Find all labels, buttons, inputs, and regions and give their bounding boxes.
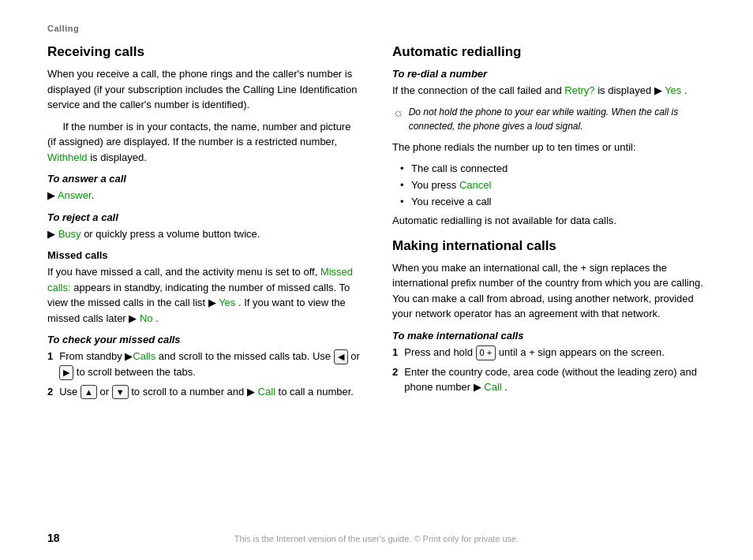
answer-link: Answer	[58, 189, 92, 201]
check-item2-d: to call a number.	[279, 386, 354, 398]
intl-item-1: 1 Press and hold 0 + until a + sign appe…	[392, 345, 706, 360]
intl-item-2: 2 Enter the country code, area code (wit…	[392, 364, 706, 395]
intl-list: 1 Press and hold 0 + until a + sign appe…	[392, 345, 706, 395]
reject-suffix: or quickly press a volume button twice.	[81, 228, 260, 240]
intl-p: When you make an international call, the…	[392, 260, 706, 322]
bullet-item-2: You press Cancel	[400, 177, 706, 194]
auto-redialling-title: Automatic redialling	[392, 44, 706, 60]
missed-calls-heading: Missed calls	[47, 249, 361, 261]
check-item1-c: or	[350, 350, 360, 362]
intl-calls-title: Making international calls	[392, 238, 706, 254]
intl-item1-content: Press and hold 0 + until a + sign appear…	[404, 345, 665, 360]
footer-copyright: This is the Internet version of the user…	[234, 534, 519, 543]
redial-heading: To re-dial a number	[392, 68, 706, 80]
yes-1-link: Yes	[219, 297, 235, 308]
intl-num-1: 1	[392, 345, 398, 360]
bullet2-text: You press	[411, 179, 456, 191]
receiving-calls-title: Receiving calls	[47, 44, 361, 60]
withheld-label: Withheld	[47, 151, 88, 163]
page-footer: This is the Internet version of the user…	[0, 532, 753, 544]
receiving-p2-suffix: is displayed.	[90, 151, 147, 163]
reject-call-heading: To reject a call	[47, 211, 361, 223]
intl-item1-prefix: Press and hold	[404, 346, 473, 358]
item-num-1: 1	[47, 349, 53, 380]
check-item2-text: Use	[59, 386, 77, 398]
redials-p: The phone redials the number up to ten t…	[392, 140, 706, 155]
intl-heading: To make international calls	[392, 330, 706, 342]
retry-label: Retry?	[564, 84, 594, 96]
check-missed-list: 1 From standby ▶Calls and scroll to the …	[47, 349, 361, 399]
redials-list: The call is connected You press Cancel Y…	[400, 161, 706, 210]
reject-action: ▶ Busy or quickly press a volume button …	[47, 226, 361, 242]
bullet-item-3: You receive a call	[400, 194, 706, 211]
scroll-right-icon: ▶	[59, 365, 73, 380]
note-icon: ☼	[392, 106, 404, 120]
receiving-p2-text: If the number is in your contacts, the n…	[47, 121, 350, 148]
call-link-2: Call	[484, 381, 501, 393]
missed-calls-p: If you have missed a call, and the activ…	[47, 264, 361, 326]
busy-link: Busy	[58, 228, 81, 240]
auto-redial-note: Automatic redialling is not available fo…	[392, 213, 706, 229]
intl-num-2: 2	[392, 364, 398, 395]
note-box: ☼ Do not hold the phone to your ear whil…	[392, 105, 706, 133]
redial-p2-end: .	[684, 84, 687, 96]
yes-2-link: Yes	[665, 84, 681, 96]
check-missed-heading: To check your missed calls	[47, 334, 361, 345]
answer-call-heading: To answer a call	[47, 173, 361, 185]
check-item2-b: or	[100, 386, 112, 398]
note-text: Do not hold the phone to your ear while …	[409, 105, 706, 133]
redial-p: If the connection of the call failed and…	[392, 83, 706, 99]
redial-text: If the connection of the call failed and	[392, 84, 562, 96]
scroll-up-icon: ▲	[81, 385, 97, 400]
intl-item2-end: .	[504, 381, 508, 393]
cancel-link: Cancel	[459, 179, 491, 191]
check-item-2: 2 Use ▲ or ▼ to scroll to a number and ▶…	[47, 384, 361, 400]
check-item1-content: From standby ▶Calls and scroll to the mi…	[59, 349, 361, 380]
intl-item2-content: Enter the country code, area code (witho…	[404, 364, 706, 395]
missed-p-text: If you have missed a call, and the activ…	[47, 266, 317, 278]
check-item-1: 1 From standby ▶Calls and scroll to the …	[47, 349, 361, 380]
right-column: Automatic redialling To re-dial a number…	[392, 44, 706, 403]
receiving-calls-p2: If the number is in your contacts, the n…	[47, 119, 361, 166]
call-link: Call	[258, 386, 275, 398]
answer-action: ▶ Answer.	[47, 188, 361, 203]
calls-link: Calls	[133, 350, 155, 362]
zero-plus-key: 0 +	[476, 345, 496, 360]
check-item1-d: to scroll between the tabs.	[77, 366, 196, 378]
redial-p2: is displayed ▶	[598, 84, 662, 96]
scroll-down-icon: ▼	[112, 385, 129, 400]
main-columns: Receiving calls When you receive a call,…	[47, 44, 706, 403]
section-header: Calling	[47, 24, 706, 33]
intl-item2-text: Enter the country code, area code (witho…	[404, 366, 697, 394]
missed-p3-end: .	[155, 312, 159, 324]
check-item1-b: and scroll to the missed calls tab. Use	[159, 350, 331, 362]
check-item2-c: to scroll to a number and ▶	[131, 386, 255, 398]
item-num-2: 2	[47, 384, 53, 400]
no-1-link: No	[140, 312, 153, 324]
page: Calling Receiving calls When you receive…	[0, 0, 753, 560]
left-column: Receiving calls When you receive a call,…	[47, 44, 361, 403]
scroll-left-icon: ◀	[334, 349, 348, 364]
check-item1-text: From standby ▶	[59, 350, 133, 362]
check-item2-content: Use ▲ or ▼ to scroll to a number and ▶ C…	[59, 384, 354, 400]
arrow-answer: ▶	[47, 189, 58, 201]
bullet-item-1: The call is connected	[400, 161, 706, 177]
arrow-reject: ▶	[47, 228, 58, 240]
intl-item1-suffix: until a + sign appears on the screen.	[499, 346, 665, 358]
receiving-calls-p1: When you receive a call, the phone rings…	[47, 66, 361, 113]
